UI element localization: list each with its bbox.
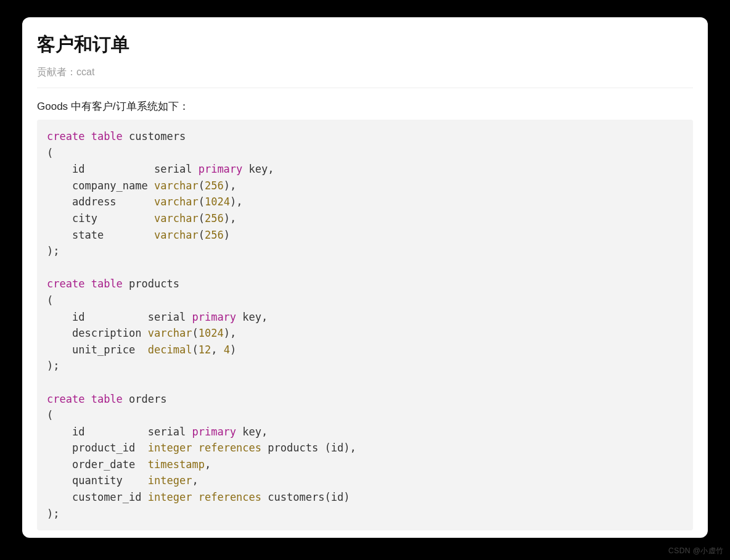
kw-references: references — [199, 491, 261, 503]
kw-create: create — [47, 130, 84, 142]
kw-table: table — [91, 393, 123, 405]
col-customerid: customer_id — [72, 491, 142, 503]
type-varchar: varchar — [154, 179, 199, 192]
type-varchar: varchar — [154, 196, 199, 208]
col-city: city — [72, 212, 97, 224]
tbl-customers: customers — [129, 130, 186, 142]
kw-primary: primary — [192, 311, 236, 323]
contributor-name: ccat — [76, 67, 94, 77]
num-256: 256 — [205, 212, 224, 224]
col-address: address — [72, 196, 117, 208]
type-integer: integer — [148, 491, 192, 503]
kw-table: table — [91, 130, 123, 142]
page-title: 客户和订单 — [37, 32, 693, 57]
contributor-row: 贡献者：ccat — [37, 66, 693, 88]
kw-create: create — [47, 393, 84, 405]
kw-primary: primary — [192, 426, 236, 438]
col-id: id — [72, 163, 84, 175]
num-1024: 1024 — [199, 327, 224, 339]
tbl-products: products — [129, 278, 179, 290]
col-id: id — [72, 311, 84, 323]
kw-references: references — [199, 442, 261, 454]
num-4: 4 — [224, 344, 230, 356]
type-varchar: varchar — [148, 327, 192, 339]
type-varchar: varchar — [154, 212, 199, 224]
col-orderdate: order_date — [72, 458, 135, 471]
num-1024: 1024 — [205, 196, 230, 208]
col-id: id — [72, 426, 84, 438]
num-256: 256 — [205, 229, 224, 241]
ref-products: products (id) — [268, 442, 350, 454]
type-integer: integer — [148, 474, 192, 487]
col-company: company_name — [72, 179, 148, 192]
document-card: 客户和订单 贡献者：ccat Goods 中有客户/订单系统如下： create… — [22, 17, 708, 538]
type-varchar: varchar — [154, 229, 199, 241]
num-12: 12 — [199, 344, 211, 356]
type-integer: integer — [148, 442, 192, 454]
tbl-orders: orders — [129, 393, 166, 405]
kw-create: create — [47, 278, 84, 290]
type-decimal: decimal — [148, 344, 192, 356]
sql-code-block: create table customers ( id serial prima… — [37, 120, 693, 530]
intro-text: Goods 中有客户/订单系统如下： — [37, 99, 693, 113]
kw-primary: primary — [199, 163, 243, 175]
col-state: state — [72, 229, 104, 241]
num-256: 256 — [205, 179, 224, 192]
watermark: CSDN @小虚竹 — [668, 546, 724, 556]
col-productid: product_id — [72, 442, 135, 454]
col-description: description — [72, 327, 142, 339]
kw-table: table — [91, 278, 123, 290]
ref-customers: customers(id) — [268, 491, 350, 503]
type-timestamp: timestamp — [148, 458, 205, 471]
contributor-label: 贡献者： — [37, 67, 76, 77]
col-unitprice: unit_price — [72, 344, 135, 356]
col-quantity: quantity — [72, 474, 123, 487]
